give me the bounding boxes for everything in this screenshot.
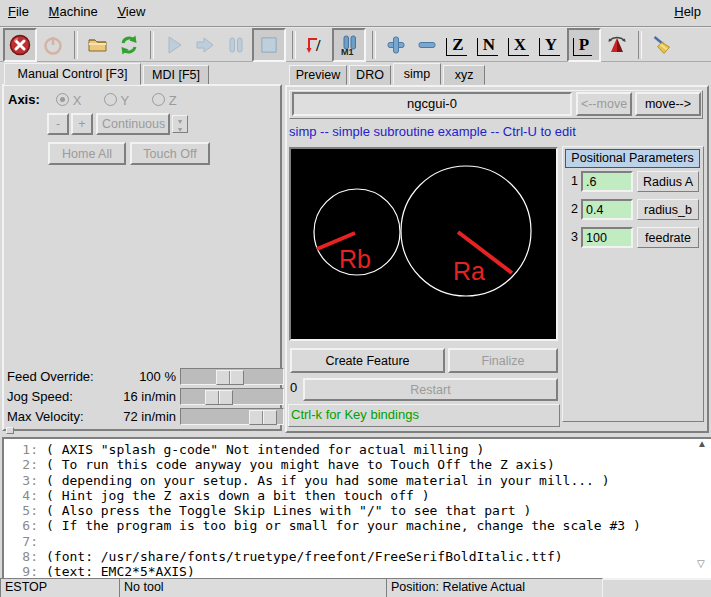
axis-y-label: Y — [120, 93, 129, 108]
param-2-entry[interactable]: 0.4 — [581, 199, 633, 220]
tab-preview[interactable]: Preview — [289, 65, 347, 85]
menu-view[interactable]: View — [109, 0, 153, 26]
feed-override-value: 100 % — [108, 369, 176, 384]
create-feature-button[interactable]: Create Feature — [290, 348, 445, 373]
menu-machine[interactable]: Machine — [41, 0, 106, 26]
estop-button[interactable] — [3, 28, 37, 62]
gcode-line: 5:( Also press the Toggle Skip Lines wit… — [4, 503, 711, 518]
menu-file[interactable]: File — [0, 0, 37, 26]
tab-manual-control[interactable]: Manual Control [F3] — [4, 63, 141, 85]
sash-grip[interactable] — [6, 427, 14, 434]
tab-simp[interactable]: simp — [393, 63, 441, 85]
pause-bars-icon — [225, 34, 247, 56]
step-button[interactable] — [190, 30, 220, 60]
open-file-button[interactable] — [83, 30, 113, 60]
axis-window: File Machine View Help — [0, 0, 711, 597]
letter-p-icon: P — [577, 36, 591, 53]
reload-button[interactable] — [114, 30, 144, 60]
large-radius-label: Ra — [453, 257, 485, 285]
rotate-view-button[interactable] — [602, 30, 632, 60]
plus-icon — [385, 34, 407, 56]
zoom-out-button[interactable] — [412, 30, 442, 60]
cone-rotate-icon — [606, 34, 628, 56]
scroll-up-icon[interactable]: ▲ — [697, 438, 707, 449]
tab-dro[interactable]: DRO — [349, 65, 391, 85]
slider-handle[interactable] — [205, 390, 233, 405]
move-right-button[interactable]: move--> — [635, 92, 701, 116]
power-circle-icon — [42, 34, 64, 56]
home-all-button[interactable]: Home All — [48, 142, 126, 165]
view-z2-button[interactable]: N — [474, 30, 504, 60]
max-velocity-slider[interactable] — [180, 408, 284, 425]
gcode-line: 8:(font: /usr/share/fonts/truetype/freef… — [4, 549, 711, 564]
letter-n-icon: N — [481, 36, 497, 53]
axis-z-label: Z — [169, 93, 177, 108]
run-button[interactable] — [159, 30, 189, 60]
param-3-num: 3 — [564, 230, 578, 244]
axis-radio-z[interactable]: Z — [152, 93, 177, 108]
stop-square-icon — [258, 34, 280, 56]
red-circle-x-icon — [9, 34, 31, 56]
circles-drawing: Rb Ra — [291, 149, 556, 339]
svg-text:/: / — [315, 37, 321, 54]
param-2-name: radius_b — [637, 199, 699, 220]
slider-handle[interactable] — [249, 410, 277, 425]
axis-radio-y[interactable]: Y — [104, 93, 129, 108]
toggle-optional-pause-button[interactable]: M1 — [332, 28, 366, 62]
svg-text:M1: M1 — [341, 47, 354, 56]
view-x-button[interactable]: X — [505, 30, 535, 60]
radio-icon — [56, 93, 69, 106]
jog-speed-slider[interactable] — [180, 388, 284, 405]
status-position-mode: Position: Relative Actual — [386, 578, 603, 597]
restart-count: 0 — [290, 380, 297, 395]
radio-icon — [152, 93, 165, 106]
pause-button[interactable] — [221, 30, 251, 60]
jog-mode-dropdown[interactable]: Continuous — [96, 113, 170, 135]
menu-help[interactable]: Help — [666, 0, 709, 26]
tab-xyz[interactable]: xyz — [443, 65, 485, 85]
toolbar-separator — [74, 31, 78, 59]
letter-y-icon: Y — [543, 36, 559, 53]
scroll-down-icon[interactable]: ▽ — [697, 558, 705, 569]
jog-plus-button[interactable]: + — [71, 113, 93, 135]
gcode-text-area[interactable]: 1:( AXIS "splash g-code" Not intended fo… — [2, 437, 711, 580]
feed-override-slider[interactable] — [180, 368, 284, 385]
toolbar-separator — [372, 31, 376, 59]
clear-plot-button[interactable] — [647, 30, 677, 60]
keybindings-hint: Ctrl-k for Key bindings — [291, 407, 419, 422]
toolbar-separator — [150, 31, 154, 59]
preview-canvas: Rb Ra — [289, 147, 558, 341]
toolbar-separator — [292, 31, 296, 59]
jog-speed-label: Jog Speed: — [7, 389, 73, 404]
move-left-button[interactable]: <--move — [576, 92, 632, 116]
touch-off-button[interactable]: Touch Off — [130, 142, 210, 165]
slider-handle[interactable] — [216, 370, 244, 385]
max-velocity-value: 72 in/min — [108, 409, 176, 424]
machine-power-button[interactable] — [38, 30, 68, 60]
jog-speed-value: 16 in/min — [108, 389, 176, 404]
view-p-button[interactable]: P — [567, 28, 601, 62]
axis-x-label: X — [73, 93, 82, 108]
status-tool: No tool — [119, 578, 391, 597]
minus-icon — [416, 34, 438, 56]
max-velocity-label: Max Velocity: — [7, 409, 84, 424]
stop-button[interactable] — [252, 28, 286, 62]
restart-button[interactable]: Restart — [303, 378, 558, 401]
toolbar-separator — [638, 31, 642, 59]
param-1-entry[interactable]: .6 — [581, 171, 633, 192]
param-3-entry[interactable]: 100 — [581, 227, 633, 248]
chevron-down-icon[interactable]: ▾▾ — [172, 115, 188, 133]
gcode-line: 7: — [4, 534, 711, 549]
folder-icon — [87, 34, 109, 56]
zoom-in-button[interactable] — [381, 30, 411, 60]
finalize-button[interactable]: Finalize — [448, 348, 558, 373]
axis-radio-x[interactable]: X — [56, 93, 81, 108]
axis-label: Axis: — [8, 92, 40, 107]
view-y-button[interactable]: Y — [536, 30, 566, 60]
view-z-button[interactable]: Z — [443, 30, 473, 60]
ngcgui-name-entry[interactable]: ngcgui-0 — [292, 92, 572, 116]
jog-minus-button[interactable]: - — [47, 113, 69, 135]
toggle-skip-lines-button[interactable]: / — [301, 30, 331, 60]
tab-mdi[interactable]: MDI [F5] — [143, 65, 209, 85]
gcode-line: 2:( To run this code anyway you might ha… — [4, 457, 711, 472]
